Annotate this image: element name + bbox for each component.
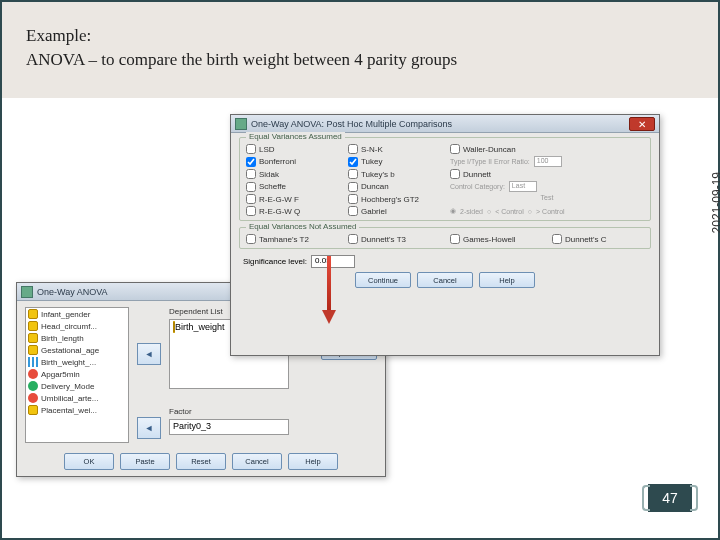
help-button[interactable]: Help xyxy=(288,453,338,470)
factor-label: Factor xyxy=(169,407,192,416)
posthoc-window: One-Way ANOVA: Post Hoc Multiple Compari… xyxy=(230,114,660,356)
list-item[interactable]: Birth_weight_... xyxy=(26,356,128,368)
dunnett-checkbox[interactable]: Dunnett xyxy=(450,169,644,179)
continue-button[interactable]: Continue xyxy=(355,272,411,288)
hochberg-checkbox[interactable]: Hochberg's GT2 xyxy=(348,194,444,204)
tukey-checkbox[interactable]: Tukey xyxy=(348,156,444,167)
anova-title: One-Way ANOVA xyxy=(37,287,108,297)
move-right-button[interactable]: ◄ xyxy=(137,343,161,365)
ratio-field: Type I/Type II Error Ratio:100 xyxy=(450,156,644,167)
wallerduncan-checkbox[interactable]: Waller-Duncan xyxy=(450,144,644,154)
factor-box[interactable]: Parity0_3 xyxy=(169,419,289,435)
help-button[interactable]: Help xyxy=(479,272,535,288)
bonferroni-checkbox[interactable]: Bonferroni xyxy=(246,156,342,167)
posthoc-title: One-Way ANOVA: Post Hoc Multiple Compari… xyxy=(251,119,452,129)
list-item[interactable]: Head_circumf... xyxy=(26,320,128,332)
cancel-button[interactable]: Cancel xyxy=(232,453,282,470)
significance-label: Significance level: xyxy=(243,257,307,266)
scheffe-checkbox[interactable]: Scheffe xyxy=(246,181,342,192)
slide-date: 2021-09-19 xyxy=(710,172,720,233)
tamhane-checkbox[interactable]: Tamhane's T2 xyxy=(246,234,342,244)
list-item[interactable]: Apgar5min xyxy=(26,368,128,380)
paste-button[interactable]: Paste xyxy=(120,453,170,470)
dependent-list-label: Dependent List xyxy=(169,307,223,316)
list-item[interactable]: Placental_wei... xyxy=(26,404,128,416)
posthoc-titlebar[interactable]: One-Way ANOVA: Post Hoc Multiple Compari… xyxy=(231,115,659,133)
significance-input[interactable]: 0.05 xyxy=(311,255,355,268)
page-number: 47 xyxy=(648,484,692,512)
regwq-checkbox[interactable]: R-E-G-W Q xyxy=(246,206,342,216)
dunnettt3-checkbox[interactable]: Dunnett's T3 xyxy=(348,234,444,244)
list-item[interactable]: Birth_length xyxy=(26,332,128,344)
variable-list[interactable]: Infant_gender Head_circumf... Birth_leng… xyxy=(25,307,129,443)
app-icon xyxy=(21,286,33,298)
close-icon[interactable]: ✕ xyxy=(629,117,655,131)
lsd-checkbox[interactable]: LSD xyxy=(246,144,342,154)
app-icon xyxy=(235,118,247,130)
list-item[interactable]: Gestational_age xyxy=(26,344,128,356)
control-category-field: Control Category:Last xyxy=(450,181,644,192)
sidak-checkbox[interactable]: Sidak xyxy=(246,169,342,179)
regwf-checkbox[interactable]: R-E-G-W F xyxy=(246,194,342,204)
test-group: Test xyxy=(450,194,644,204)
test-options: ◉2-sided ○< Control ○> Control xyxy=(450,206,644,216)
slide-title-line1: Example: xyxy=(26,26,718,46)
list-item[interactable]: Parity0_3 xyxy=(170,420,288,432)
list-item[interactable]: Umbilical_arte... xyxy=(26,392,128,404)
gabriel-checkbox[interactable]: Gabriel xyxy=(348,206,444,216)
group-title: Equal Variances Not Assumed xyxy=(246,222,359,231)
slide-title-line2: ANOVA – to compare the birth weight betw… xyxy=(26,50,718,70)
slide-header: Example: ANOVA – to compare the birth we… xyxy=(2,2,718,98)
dunnettc-checkbox[interactable]: Dunnett's C xyxy=(552,234,648,244)
reset-button[interactable]: Reset xyxy=(176,453,226,470)
tukeysb-checkbox[interactable]: Tukey's b xyxy=(348,169,444,179)
group-title: Equal Variances Assumed xyxy=(246,132,345,141)
gameshowell-checkbox[interactable]: Games-Howell xyxy=(450,234,546,244)
duncan-checkbox[interactable]: Duncan xyxy=(348,181,444,192)
ok-button[interactable]: OK xyxy=(64,453,114,470)
list-item[interactable]: Delivery_Mode xyxy=(26,380,128,392)
snk-checkbox[interactable]: S-N-K xyxy=(348,144,444,154)
move-right-button[interactable]: ◄ xyxy=(137,417,161,439)
list-item[interactable]: Infant_gender xyxy=(26,308,128,320)
cancel-button[interactable]: Cancel xyxy=(417,272,473,288)
